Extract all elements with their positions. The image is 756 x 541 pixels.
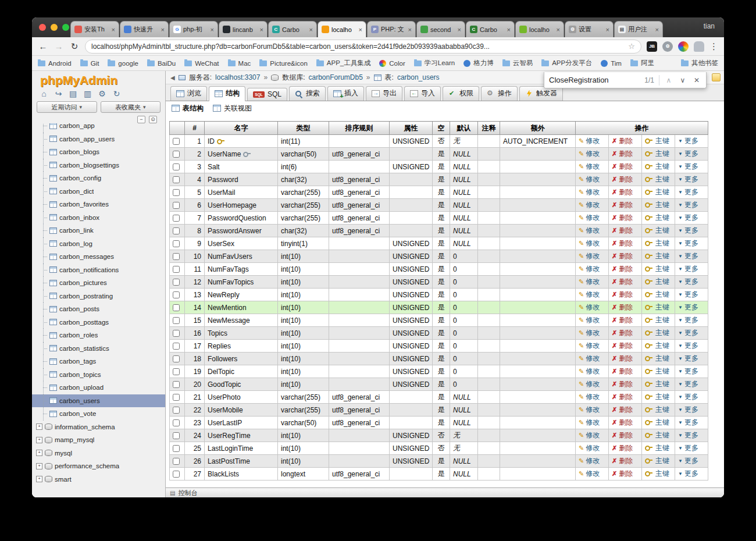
change-link[interactable]: ✎修改 [579, 443, 600, 453]
primary-key-link[interactable]: 主键 [645, 315, 669, 325]
tab-close-icon[interactable]: × [161, 26, 165, 33]
drop-link[interactable]: ✗删除 [612, 264, 633, 274]
docs-icon[interactable]: ▥ [83, 89, 92, 98]
primary-key-link[interactable]: 主键 [645, 366, 669, 376]
primary-key-link[interactable]: 主键 [645, 264, 669, 274]
browser-tab[interactable]: second × [416, 21, 465, 37]
primary-key-link[interactable]: 主键 [645, 175, 669, 184]
row-checkbox[interactable] [173, 279, 180, 286]
drop-link[interactable]: ✗删除 [612, 328, 633, 338]
browser-tab[interactable]: G php-初 × [169, 21, 218, 37]
change-link[interactable]: ✎修改 [579, 226, 600, 236]
browser-tab[interactable]: C Carbo × [466, 21, 515, 37]
pma-tab[interactable]: 操作 [481, 86, 518, 101]
nav-table-item[interactable]: carbon_vote [32, 407, 165, 421]
expand-icon[interactable]: + [36, 450, 42, 456]
nav-table-item[interactable]: carbon_app_users [32, 133, 165, 146]
drop-link[interactable]: ✗删除 [612, 315, 633, 325]
nav-table-item[interactable]: carbon_messages [32, 250, 165, 264]
browser-tab[interactable]: lincanb × [219, 21, 268, 37]
console-window-icon[interactable]: ▤ [68, 89, 78, 98]
row-checkbox[interactable] [173, 240, 180, 247]
tab-close-icon[interactable]: × [408, 26, 412, 33]
pma-tab[interactable]: 插入 [327, 86, 364, 101]
nav-table-item[interactable]: carbon_config [32, 172, 165, 185]
drop-link[interactable]: ✗删除 [612, 418, 633, 428]
hide-sidebar-button[interactable]: ◀ [170, 74, 175, 81]
bookmark-star-icon[interactable]: ☆ [628, 42, 635, 51]
nav-table-item[interactable]: carbon_app [32, 123, 165, 133]
browser-tab[interactable]: 快速升 × [120, 21, 169, 37]
drop-link[interactable]: ✗删除 [612, 162, 633, 172]
bookmark-item[interactable]: Tim [601, 60, 622, 67]
row-checkbox[interactable] [173, 266, 180, 273]
row-checkbox[interactable] [173, 419, 180, 426]
change-link[interactable]: ✎修改 [579, 341, 600, 351]
jb-extension-icon[interactable]: JB [647, 41, 657, 52]
bookmark-item[interactable]: Picture&icon [259, 60, 308, 67]
url-text[interactable]: localhost/phpMyAdmin/tbl_structure.php?d… [91, 42, 625, 51]
change-link[interactable]: ✎修改 [579, 251, 600, 261]
primary-key-link[interactable]: 主键 [645, 354, 669, 364]
expand-icon[interactable]: + [36, 437, 42, 443]
primary-key-link[interactable]: 主键 [645, 328, 669, 338]
bookmark-item[interactable]: BaiDu [147, 60, 176, 67]
browser-tab[interactable]: localho × [318, 21, 366, 37]
nav-table-item[interactable]: carbon_tags [32, 355, 165, 368]
primary-key-link[interactable]: 主键 [645, 226, 669, 236]
browser-tab[interactable]: P PHP: 文 × [367, 21, 416, 37]
more-link[interactable]: ▼更多 [678, 239, 698, 248]
more-link[interactable]: ▼更多 [678, 366, 698, 376]
drop-link[interactable]: ✗删除 [612, 226, 633, 236]
more-link[interactable]: ▼更多 [678, 315, 698, 325]
nav-database-item[interactable]: + smart [32, 473, 165, 486]
tab-close-icon[interactable]: × [458, 26, 461, 33]
more-link[interactable]: ▼更多 [678, 187, 698, 197]
primary-key-link[interactable]: 主键 [645, 456, 669, 466]
browser-tab[interactable]: ⚙ 设置 × [565, 21, 614, 37]
change-link[interactable]: ✎修改 [579, 315, 600, 325]
primary-key-link[interactable]: 主键 [645, 136, 669, 146]
drop-link[interactable]: ✗删除 [612, 302, 633, 312]
nav-table-item[interactable]: carbon_posts [32, 302, 165, 316]
nav-table-item[interactable]: carbon_favorites [32, 198, 165, 211]
primary-key-link[interactable]: 主键 [645, 149, 669, 159]
row-checkbox[interactable] [173, 202, 180, 209]
primary-key-link[interactable]: 主键 [645, 239, 669, 248]
more-link[interactable]: ▼更多 [678, 302, 698, 312]
bookmark-item[interactable]: Color [379, 60, 405, 67]
more-link[interactable]: ▼更多 [678, 405, 698, 415]
drop-link[interactable]: ✗删除 [612, 136, 633, 146]
row-checkbox[interactable] [173, 138, 180, 145]
tab-close-icon[interactable]: × [112, 26, 115, 33]
change-link[interactable]: ✎修改 [579, 136, 600, 146]
nav-database-item[interactable]: + performance_schema [32, 460, 165, 473]
profile-name[interactable]: tian [704, 22, 715, 30]
drop-link[interactable]: ✗删除 [612, 443, 633, 453]
primary-key-link[interactable]: 主键 [645, 277, 669, 287]
pma-tab[interactable]: 浏览 [170, 86, 207, 101]
nav-database-item[interactable]: + information_schema [32, 421, 165, 434]
more-link[interactable]: ▼更多 [678, 200, 698, 210]
recent-tables-dropdown[interactable]: 近期访问 ▾ [37, 101, 97, 113]
back-button[interactable]: ← [38, 41, 48, 51]
more-link[interactable]: ▼更多 [678, 456, 698, 466]
bookmark-item[interactable]: WeChat [184, 60, 219, 67]
row-checkbox[interactable] [173, 215, 180, 222]
favorite-tables-dropdown[interactable]: 表收藏夹 ▾ [101, 101, 161, 113]
logout-icon[interactable]: ↪ [54, 89, 63, 98]
nav-table-item[interactable]: carbon_log [32, 237, 165, 251]
more-link[interactable]: ▼更多 [678, 392, 698, 402]
more-link[interactable]: ▼更多 [678, 264, 698, 274]
primary-key-link[interactable]: 主键 [645, 213, 669, 223]
more-link[interactable]: ▼更多 [678, 175, 698, 184]
bookmark-item[interactable]: APP分发平台 [541, 59, 592, 67]
more-link[interactable]: ▼更多 [678, 226, 698, 236]
reload-button[interactable]: ↻ [69, 41, 80, 52]
change-link[interactable]: ✎修改 [579, 213, 600, 223]
pma-logo[interactable]: phpMyAdmin [32, 71, 165, 88]
change-link[interactable]: ✎修改 [579, 302, 600, 312]
row-checkbox[interactable] [173, 445, 180, 452]
change-link[interactable]: ✎修改 [579, 149, 600, 159]
drop-link[interactable]: ✗删除 [612, 277, 633, 287]
